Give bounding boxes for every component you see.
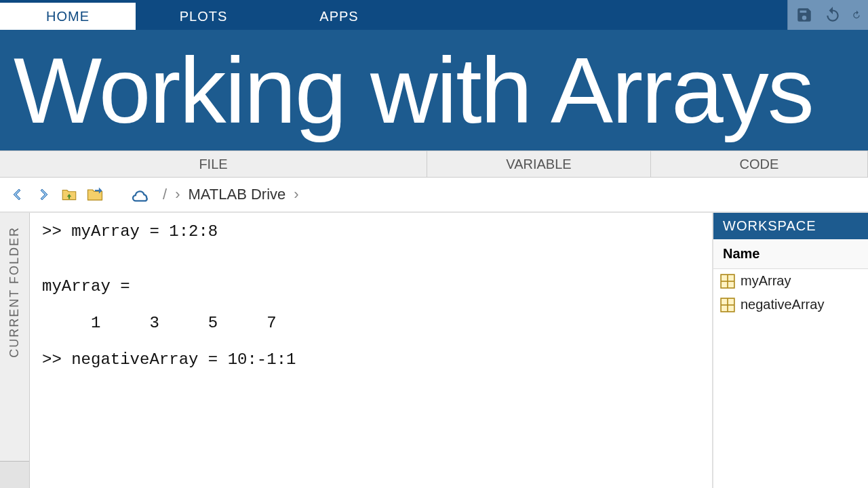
back-icon[interactable]: [8, 185, 27, 204]
tab-plots[interactable]: PLOTS: [136, 3, 271, 30]
tab-home[interactable]: HOME: [0, 3, 136, 30]
cmd-line: >> myArray = 1:2:8: [42, 222, 218, 241]
array-icon: [720, 298, 735, 312]
main-area: CURRENT FOLDER >> myArray = 1:2:8 myArra…: [0, 213, 868, 488]
toolstrip-sections: FILE VARIABLE CODE: [0, 150, 868, 178]
chevron-right-icon: ›: [294, 186, 298, 203]
command-window[interactable]: >> myArray = 1:2:8 myArray = 1 3 5 7 >> …: [30, 213, 713, 488]
banner-title: Working with Arrays: [14, 43, 813, 137]
workspace-variable-row[interactable]: myArray: [713, 269, 868, 293]
address-bar: / › MATLAB Drive ›: [0, 178, 868, 213]
quickaccess-toolbar: [787, 0, 868, 30]
main-tabstrip: HOME PLOTS APPS: [0, 0, 868, 30]
banner: Working with Arrays: [0, 30, 868, 150]
workspace-var-name: myArray: [741, 273, 791, 289]
workspace-panel: WORKSPACE Name myArray negativeArray: [713, 213, 868, 488]
chevron-right-icon: ›: [175, 186, 180, 203]
save-icon[interactable]: [795, 5, 814, 24]
breadcrumb-drive[interactable]: MATLAB Drive: [188, 186, 285, 203]
current-folder-label: CURRENT FOLDER: [7, 226, 22, 358]
breadcrumb: / › MATLAB Drive ›: [163, 186, 299, 203]
workspace-col-name[interactable]: Name: [713, 239, 868, 269]
sidestrip-divider: [0, 461, 29, 488]
cloud-icon[interactable]: [132, 185, 151, 204]
up-folder-icon[interactable]: [60, 185, 79, 204]
redo-icon[interactable]: [852, 5, 861, 24]
array-icon: [720, 274, 735, 289]
section-file: FILE: [0, 151, 427, 177]
undo-icon[interactable]: [823, 5, 842, 24]
tab-apps[interactable]: APPS: [271, 3, 407, 30]
browse-folder-icon[interactable]: [85, 185, 104, 204]
section-code: CODE: [651, 151, 868, 177]
current-folder-strip[interactable]: CURRENT FOLDER: [0, 213, 30, 488]
workspace-variable-row[interactable]: negativeArray: [713, 293, 868, 317]
breadcrumb-root-sep: /: [163, 186, 167, 203]
cmd-line: 1 3 5 7: [42, 314, 277, 332]
cmd-line: >> negativeArray = 10:-1:1: [42, 350, 296, 369]
cmd-line: myArray =: [42, 277, 130, 296]
forward-icon[interactable]: [34, 185, 53, 204]
workspace-var-name: negativeArray: [741, 297, 824, 312]
workspace-title: WORKSPACE: [713, 213, 868, 239]
section-variable: VARIABLE: [427, 151, 651, 177]
